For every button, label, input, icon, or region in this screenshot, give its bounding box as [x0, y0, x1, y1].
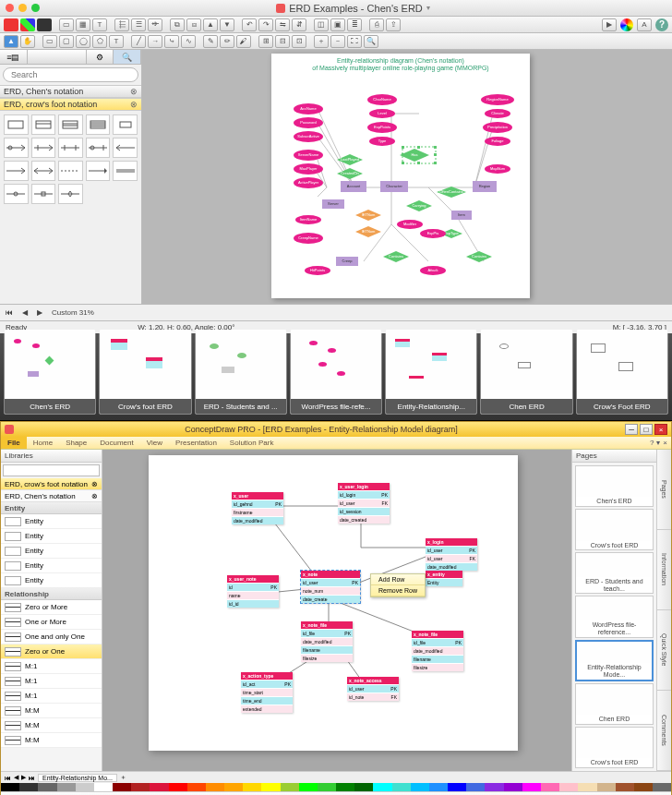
polygon-icon[interactable]: ⬠ [92, 35, 107, 48]
search-tab-icon[interactable]: 🔍 [114, 50, 141, 64]
image-tool-icon[interactable]: ▣ [330, 18, 345, 31]
library-close-icon[interactable]: ⊗ [130, 100, 138, 109]
color-swatch[interactable] [429, 783, 448, 791]
ungroup-icon[interactable]: ⧈ [186, 18, 201, 31]
thumbnail[interactable]: Entity-Relationship... [385, 329, 477, 415]
color-swatch[interactable] [466, 783, 485, 791]
thumbnail[interactable]: WordPress file-refe... [290, 329, 382, 415]
win-lib-crowsfoot[interactable]: ERD, crow's foot notation⊗ [1, 478, 102, 490]
table-note-selected[interactable]: x_note id_userPK note_num date_create [301, 571, 360, 603]
page-thumb[interactable]: ERD - Students and teach... [575, 552, 654, 594]
canvas[interactable]: Entity-relationship diagram (Chen's nota… [142, 50, 672, 304]
color-swatch[interactable] [392, 783, 411, 791]
table-noteaccess[interactable]: x_note_access id_userPK id_noteFK [347, 677, 399, 701]
table-tool-icon[interactable]: ▦ [76, 18, 90, 31]
front-icon[interactable]: ▲ [203, 18, 218, 31]
connector-icon[interactable]: ⤷ [164, 35, 179, 48]
rel-shape[interactable]: M:M [1, 718, 102, 733]
ribbon-tab-home[interactable]: Home [27, 437, 59, 449]
layers-icon[interactable]: ≣ [347, 18, 362, 31]
nav-first-icon[interactable]: ⏮ [6, 308, 13, 317]
color-swatch[interactable] [57, 783, 76, 791]
shape-entity[interactable] [4, 114, 29, 135]
shape-rel-zero-one[interactable] [86, 138, 111, 158]
color-swatch[interactable] [559, 783, 578, 791]
nav-prev-icon[interactable]: ◀ [22, 308, 28, 317]
presentation-icon[interactable]: ▶ [602, 18, 617, 31]
shape-rel-7[interactable] [58, 184, 83, 204]
library-options-icon[interactable]: ⚙ [87, 50, 114, 64]
color-swatch[interactable] [94, 783, 113, 791]
hand-tool-icon[interactable]: ✋ [20, 35, 35, 48]
ribbon-tab-presentation[interactable]: Presentation [169, 437, 223, 449]
win-search-input[interactable] [3, 464, 100, 476]
thumbnail[interactable]: Crow's Foot ERD [576, 329, 668, 415]
color-swatch-multi[interactable] [20, 18, 35, 31]
align-center-icon[interactable]: ☰ [131, 18, 146, 31]
flip-v-icon[interactable]: ⇵ [292, 18, 306, 31]
color-swatch[interactable] [281, 783, 299, 791]
color-swatch[interactable] [261, 783, 280, 791]
library-header-crowsfoot[interactable]: ERD, crow's foot notation ⊗ [0, 98, 141, 111]
page-thumb[interactable]: Crow's foot ERD [575, 509, 654, 550]
color-swatch[interactable] [522, 783, 541, 791]
shape-entity-rows[interactable] [58, 114, 83, 135]
pointer-tool-icon[interactable]: ▲ [4, 35, 18, 48]
rel-shape[interactable]: M:M [1, 733, 102, 748]
color-swatch[interactable] [448, 783, 466, 791]
ellipse-icon[interactable]: ◯ [76, 35, 90, 48]
dropdown-caret-icon[interactable]: ▾ [426, 4, 430, 12]
color-swatch[interactable] [187, 783, 206, 791]
zoom-in-icon[interactable]: ＋ [314, 35, 329, 48]
rel-shape[interactable]: Zero or More [1, 600, 102, 615]
close-button[interactable] [6, 4, 14, 12]
lib-close-icon[interactable]: ⊗ [91, 480, 98, 488]
color-swatch[interactable] [169, 783, 187, 791]
table-notefile[interactable]: x_note_file id_filePK date_modified file… [301, 621, 353, 662]
shape-rel-double[interactable] [113, 161, 138, 181]
table-entity[interactable]: x_entity Entity [426, 571, 462, 586]
color-swatch[interactable] [224, 783, 243, 791]
lib-close-icon[interactable]: ⊗ [91, 492, 98, 500]
table-usernote[interactable]: x_user_note idPK name id_id [227, 575, 279, 608]
color-swatch[interactable] [113, 783, 131, 791]
pencil-icon[interactable]: ✏ [220, 35, 234, 48]
flip-h-icon[interactable]: ⇋ [275, 18, 290, 31]
color-swatch-dark[interactable] [37, 18, 52, 31]
align-left-icon[interactable]: ⬱ [114, 18, 129, 31]
text-tool-icon[interactable]: T [92, 18, 107, 31]
rect-shape-icon[interactable]: ▭ [42, 35, 57, 48]
win-canvas[interactable]: x_user id_gehndPK firstname date_modifie… [102, 450, 571, 771]
chart-tool-icon[interactable]: ◫ [314, 18, 329, 31]
rotate-right-icon[interactable]: ↷ [258, 18, 273, 31]
color-swatch[interactable] [597, 783, 616, 791]
thumbnail[interactable]: Crow's foot ERD [99, 329, 191, 415]
table-userlogin[interactable]: x_user_login id_loginPK id_userFK id_ses… [338, 483, 390, 524]
shape-entity-header[interactable] [31, 114, 56, 135]
entity-shape[interactable]: Entity [1, 529, 102, 544]
shape-entity-full[interactable] [86, 114, 111, 135]
rotate-left-icon[interactable]: ↶ [242, 18, 257, 31]
ribbon-minimize-icon[interactable]: ▾ [656, 439, 660, 447]
page-thumb-active[interactable]: Entity-Relationship Mode... [575, 640, 654, 681]
color-swatch[interactable] [354, 783, 373, 791]
thumbnail[interactable]: Chen's ERD [4, 329, 96, 415]
shape-rel-one-one[interactable] [58, 138, 83, 158]
thumbnail[interactable]: Chen ERD [480, 329, 572, 415]
nav-last-icon[interactable]: ⏭ [29, 775, 35, 781]
entity-shape[interactable]: Entity [1, 573, 102, 588]
group-icon[interactable]: ⧉ [170, 18, 185, 31]
shape-tool-icon[interactable]: ▭ [59, 18, 74, 31]
ribbon-tab-solution[interactable]: Solution Park [223, 437, 281, 449]
win-lib-chen[interactable]: ERD, Chen's notation⊗ [1, 490, 102, 502]
brush-icon[interactable]: 🖌 [236, 35, 251, 48]
color-swatch[interactable] [150, 783, 168, 791]
library-header-chen[interactable]: ERD, Chen's notation ⊗ [0, 85, 141, 98]
snap-guides-icon[interactable]: ⊟ [275, 35, 290, 48]
color-swatch[interactable] [19, 783, 38, 791]
shape-rel-6[interactable] [31, 184, 56, 204]
color-swatch[interactable] [318, 783, 336, 791]
color-swatch[interactable] [38, 783, 56, 791]
color-swatch[interactable] [1, 783, 19, 791]
arrow-tool-icon[interactable]: → [148, 35, 162, 48]
